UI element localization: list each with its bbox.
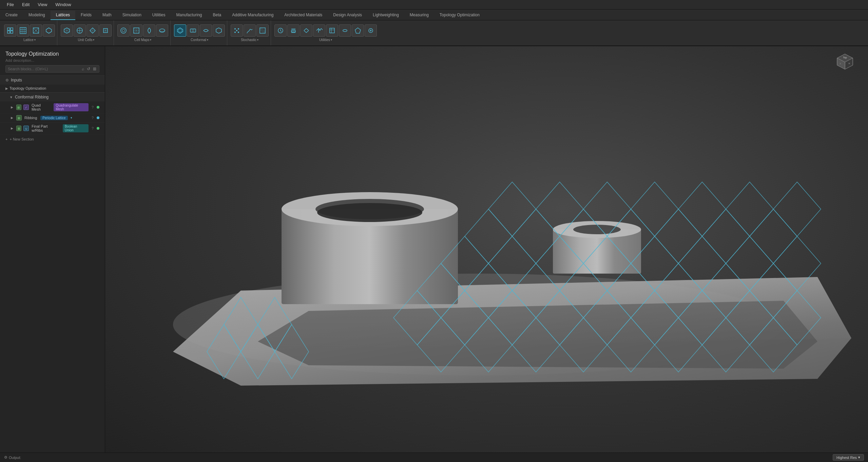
tab-modeling[interactable]: Modeling (23, 11, 51, 20)
tab-design-analysis[interactable]: Design Analysis (328, 11, 367, 20)
toolbar-stochastic-icons (231, 24, 269, 37)
section-inputs[interactable]: ⚙ Inputs (0, 75, 105, 85)
tab-beta[interactable]: Beta (208, 11, 227, 20)
expand-icon[interactable]: ⊞ (92, 67, 97, 71)
tree-expand-quad: ▶ (11, 106, 15, 109)
toolbar-btn-lattice-3[interactable] (30, 24, 42, 37)
toolbar-btn-util-8[interactable] (365, 24, 377, 37)
tree-action-help-ribbing[interactable]: ? (90, 116, 95, 120)
toolbar-lattice-icons (4, 24, 55, 37)
panel-header: Topology Optimization Add description...… (0, 46, 105, 75)
toolbar-btn-util-2[interactable] (287, 24, 300, 37)
refresh-icon[interactable]: ↺ (86, 67, 91, 71)
toolbar-cell-maps-label[interactable]: Cell Maps (134, 38, 151, 42)
toolbar-btn-lattice-1[interactable] (4, 24, 16, 37)
svg-point-20 (238, 32, 239, 33)
tree-actions-quad: ? (90, 105, 99, 109)
tree-action-help-quad[interactable]: ? (90, 105, 95, 109)
toolbar-btn-cm-4[interactable] (156, 24, 168, 37)
toolbar-btn-stoch-3[interactable] (256, 24, 269, 37)
tree-badge-quad-mesh: Quadrangulate Mesh (54, 103, 89, 111)
toolbar-btn-stoch-2[interactable] (244, 24, 256, 37)
toolbar-btn-util-3[interactable] (300, 24, 312, 37)
toolbar-btn-util-5[interactable] (326, 24, 338, 37)
section-conformal-ribbing[interactable]: ▼ Conformal Ribbing (0, 92, 105, 101)
toolbar-btn-cm-2[interactable] (130, 24, 142, 37)
tree-item-final-part[interactable]: ▶ ⊞ ∪ Final Part w/Ribs Boolean Union ? (0, 123, 105, 134)
toolbar-btn-conf-1[interactable] (174, 24, 186, 37)
toolbar-btn-lattice-4[interactable] (43, 24, 55, 37)
tab-topology-opt[interactable]: Topology Optimization (434, 11, 485, 20)
tree-label-topology-opt: Topology Optimization (9, 86, 46, 90)
tab-create[interactable]: Create (0, 11, 23, 20)
new-section-label: + New Section (9, 137, 34, 141)
tab-fields[interactable]: Fields (75, 11, 97, 20)
tab-math[interactable]: Math (97, 11, 117, 20)
highest-res-button[interactable]: Highest Res ▾ (833, 454, 864, 461)
toolbar-unit-cells-label[interactable]: Unit Cells (78, 38, 95, 42)
toolbar-lattice-label[interactable]: Lattice (23, 38, 35, 42)
main-layout: Topology Optimization Add description...… (0, 46, 868, 452)
menu-file[interactable]: File (3, 1, 18, 8)
highest-res-label: Highest Res (836, 456, 857, 460)
tree-expand-ribbing: ▶ (11, 116, 15, 119)
tab-lattices[interactable]: Lattices (51, 11, 75, 20)
toolbar-btn-conf-4[interactable] (213, 24, 225, 37)
tree-item-topology-opt[interactable]: ▶ Topology Optimization (0, 85, 105, 92)
tree-status-final (97, 127, 99, 130)
menu-window[interactable]: Window (51, 1, 75, 8)
output-icon: ⚙ (4, 455, 7, 460)
orientation-cube[interactable]: Top R L (836, 52, 854, 71)
left-panel: Topology Optimization Add description...… (0, 46, 105, 452)
toolbar-btn-uc-2[interactable] (74, 24, 86, 37)
tree-icon-quad-2: ✓ (23, 105, 29, 110)
toolbar-btn-stoch-1[interactable] (231, 24, 243, 37)
toolbar-btn-util-6[interactable] (339, 24, 351, 37)
svg-rect-24 (330, 28, 334, 33)
toolbar-stochastic-label[interactable]: Stochastic (241, 38, 258, 42)
status-bar: ⚙ Output: Highest Res ▾ (0, 452, 868, 462)
toolbar-btn-uc-4[interactable] (99, 24, 112, 37)
toolbar-utilities-label[interactable]: Utilities (319, 38, 332, 42)
section-conformal-label: Conformal Ribbing (15, 95, 49, 99)
toolbar-btn-util-7[interactable] (352, 24, 364, 37)
toolbar-btn-cm-3[interactable] (143, 24, 155, 37)
viewport[interactable]: Top R L (105, 46, 868, 452)
tree-badge-dropdown[interactable]: ▾ (71, 116, 72, 119)
tab-manufacturing[interactable]: Manufacturing (171, 11, 208, 20)
toolbar-btn-util-4[interactable] (313, 24, 325, 37)
panel-description[interactable]: Add description... (5, 58, 99, 62)
toolbar-btn-uc-1[interactable] (61, 24, 73, 37)
toolbar-btn-cm-1[interactable] (117, 24, 130, 37)
tree-action-help-final[interactable]: ? (90, 126, 95, 130)
toolbar-btn-conf-2[interactable] (187, 24, 199, 37)
tab-lightweighting[interactable]: Lightweighting (367, 11, 404, 20)
svg-rect-4 (20, 27, 26, 34)
tree-actions-ribbing: ? (90, 116, 99, 120)
menu-edit[interactable]: Edit (18, 1, 34, 8)
toolbar-btn-uc-3[interactable] (86, 24, 99, 37)
toolbar-btn-util-1[interactable] (274, 24, 287, 37)
search-bar: ⌕ ↺ ⊞ (5, 65, 99, 73)
svg-rect-2 (7, 31, 10, 33)
tree-item-ribbing[interactable]: ▶ ⊞ Ribbing Periodic Lattice ▾ ? (0, 113, 105, 123)
svg-marker-9 (46, 28, 52, 33)
tab-measuring[interactable]: Measuring (404, 11, 434, 20)
tree-item-quad-mesh[interactable]: ▶ ⊞ ✓ Quad Mesh Quadrangulate Mesh ? (0, 101, 105, 113)
highest-res-dropdown-icon: ▾ (858, 455, 860, 460)
menu-view[interactable]: View (34, 1, 51, 8)
search-icon[interactable]: ⌕ (81, 67, 85, 71)
tree-label-quad-mesh: Quad Mesh (32, 103, 50, 111)
tab-architected[interactable]: Architected Materials (279, 11, 328, 20)
toolbar-conformal-label[interactable]: Conformal (191, 38, 208, 42)
search-input[interactable] (8, 67, 80, 71)
tab-additive[interactable]: Additive Manufacturing (227, 11, 279, 20)
toolbar-btn-conf-3[interactable] (200, 24, 212, 37)
tab-utilities[interactable]: Utilities (147, 11, 171, 20)
toolbar-btn-lattice-2[interactable] (17, 24, 29, 37)
tree-chevron-topology: ▶ (5, 87, 8, 90)
new-section-button[interactable]: + + New Section (0, 134, 105, 144)
tab-simulation[interactable]: Simulation (117, 11, 147, 20)
tree-badge-final-part: Boolean Union (63, 124, 89, 132)
tree-label-ribbing: Ribbing (24, 116, 37, 120)
